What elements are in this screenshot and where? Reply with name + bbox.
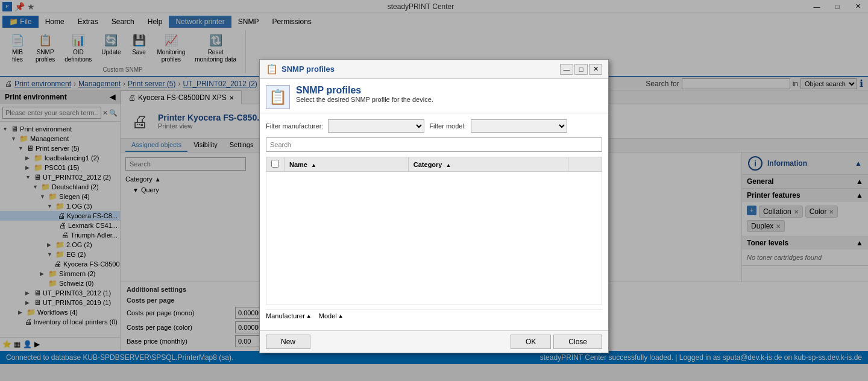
table-body (266, 172, 602, 304)
ok-button[interactable]: OK (511, 335, 551, 349)
modal-footer: New OK Close (260, 330, 608, 353)
table-category-header[interactable]: Category ▲ (408, 157, 568, 172)
close-button[interactable]: Close (553, 335, 602, 349)
modal-title-large: SNMP profiles (296, 85, 433, 96)
model-sort-icon: ▲ (338, 313, 344, 319)
filter-model-label: Filter model: (429, 122, 466, 130)
filter-row: Filter manufacturer: Filter model: (266, 119, 602, 133)
modal-maximize-button[interactable]: □ (574, 64, 588, 75)
filter-model-select[interactable] (471, 119, 567, 133)
modal-minimize-button[interactable]: — (560, 64, 573, 75)
filter-manufacturer-label: Filter manufacturer: (266, 122, 323, 130)
select-all-checkbox[interactable] (271, 160, 279, 168)
modal-header-text: SNMP profiles Select the desired SNMP pr… (296, 85, 433, 103)
model-sort[interactable]: Model ▲ (319, 312, 344, 320)
modal-ok-close-buttons: OK Close (511, 335, 602, 349)
modal-search-input[interactable] (266, 137, 602, 152)
name-sort-icon: ▲ (311, 162, 316, 168)
modal-title-icon: 📋 (266, 63, 278, 75)
table-check-header[interactable] (266, 157, 285, 172)
modal-table: Name ▲ Category ▲ (266, 157, 602, 304)
table-action-header (568, 157, 602, 172)
new-button[interactable]: New (266, 335, 310, 349)
modal-close-button[interactable]: ✕ (589, 64, 602, 75)
category-sort-icon: ▲ (446, 162, 451, 168)
manufacturer-label: Manufacturer (266, 312, 305, 320)
modal-overlay: 📋 SNMP profiles — □ ✕ 📋 SNMP profiles Se… (0, 0, 868, 381)
table-name-header[interactable]: Name ▲ (285, 157, 409, 172)
modal-subtitle: Select the desired SNMP profile for the … (296, 96, 433, 103)
manufacturer-sort[interactable]: Manufacturer ▲ (266, 312, 312, 320)
model-label: Model (319, 312, 337, 320)
modal-header: 📋 SNMP profiles Select the desired SNMP … (260, 79, 608, 113)
modal-title: SNMP profiles (281, 65, 556, 74)
modal-title-buttons: — □ ✕ (560, 64, 602, 75)
modal-title-bar: 📋 SNMP profiles — □ ✕ (260, 60, 608, 79)
modal-body: Filter manufacturer: Filter model: Name … (260, 113, 608, 330)
sort-row: Manufacturer ▲ Model ▲ (266, 309, 602, 320)
modal-main-icon: 📋 (266, 85, 290, 109)
manufacturer-sort-icon: ▲ (306, 313, 312, 319)
snmp-modal: 📋 SNMP profiles — □ ✕ 📋 SNMP profiles Se… (259, 59, 609, 353)
filter-manufacturer-select[interactable] (328, 119, 424, 133)
